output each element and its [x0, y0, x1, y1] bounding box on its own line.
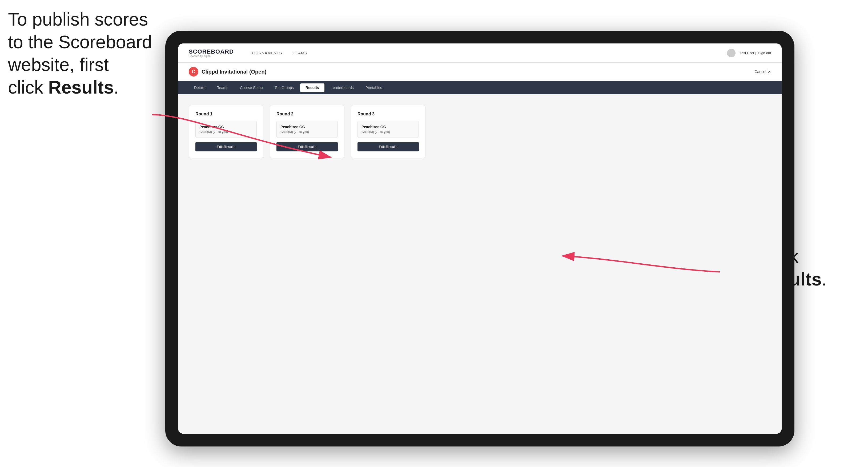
tab-tee-groups[interactable]: Tee Groups	[269, 84, 299, 92]
instruction-line-1: To publish scores	[8, 9, 148, 29]
instruction-line-3: website, first	[8, 54, 109, 75]
nav-tournaments[interactable]: TOURNAMENTS	[250, 50, 282, 56]
nav-teams[interactable]: TEAMS	[293, 50, 307, 56]
round-1-course-details: Gold (M) (7010 yds)	[199, 130, 253, 134]
app-header: SCOREBOARD Powered by clippd TOURNAMENTS…	[178, 43, 782, 63]
rounds-grid: Round 1 Peachtree GC Gold (M) (7010 yds)…	[189, 105, 771, 158]
edit-results-btn-3[interactable]: Edit Results	[358, 142, 419, 151]
main-content: Round 1 Peachtree GC Gold (M) (7010 yds)…	[178, 94, 782, 434]
header-right: Test User | Sign out	[727, 49, 771, 57]
round-2-card: Round 2 Peachtree GC Gold (M) (7010 yds)…	[270, 105, 344, 158]
round-1-card: Round 1 Peachtree GC Gold (M) (7010 yds)…	[189, 105, 264, 158]
round-2-title: Round 2	[276, 112, 338, 117]
round-3-card: Round 3 Peachtree GC Gold (M) (7010 yds)…	[351, 105, 426, 158]
edit-results-btn-2[interactable]: Edit Results	[276, 142, 338, 151]
tab-teams[interactable]: Teams	[212, 84, 234, 92]
signout-link[interactable]: Sign out	[758, 51, 771, 55]
round-2-course-name: Peachtree GC	[280, 125, 334, 129]
tournament-title: C Clippd Invitational (Open)	[189, 67, 266, 76]
round-1-course-card: Peachtree GC Gold (M) (7010 yds)	[195, 121, 257, 138]
edit-results-btn-1[interactable]: Edit Results	[195, 142, 257, 151]
instruction-line-4: click Results.	[8, 77, 119, 97]
logo-text: SCOREBOARD	[189, 48, 234, 55]
tab-leaderboards[interactable]: Leaderboards	[326, 84, 359, 92]
tab-results[interactable]: Results	[300, 84, 324, 92]
tab-details[interactable]: Details	[189, 84, 211, 92]
user-info: Test User | Sign out	[740, 51, 771, 55]
instruction-line-2: to the Scoreboard	[8, 32, 152, 52]
logo-area: SCOREBOARD Powered by clippd	[189, 48, 234, 58]
round-3-title: Round 3	[358, 112, 419, 117]
tournament-name: Clippd Invitational (Open)	[202, 69, 266, 75]
tab-printables[interactable]: Printables	[360, 84, 388, 92]
nav-links: TOURNAMENTS TEAMS	[250, 50, 711, 56]
round-3-course-details: Gold (M) (7010 yds)	[362, 130, 415, 134]
round-3-course-card: Peachtree GC Gold (M) (7010 yds)	[358, 121, 419, 138]
tab-nav: Details Teams Course Setup Tee Groups Re…	[178, 81, 782, 94]
tournament-header: C Clippd Invitational (Open) Cancel ✕	[178, 63, 782, 81]
user-avatar	[727, 49, 736, 57]
round-3-course-name: Peachtree GC	[362, 125, 415, 129]
instruction-text-1: To publish scores to the Scoreboard webs…	[8, 8, 163, 99]
round-1-title: Round 1	[195, 112, 257, 117]
round-2-course-details: Gold (M) (7010 yds)	[280, 130, 334, 134]
tablet-device: SCOREBOARD Powered by clippd TOURNAMENTS…	[165, 31, 795, 446]
logo-subtitle: Powered by clippd	[189, 55, 211, 58]
round-1-course-name: Peachtree GC	[199, 125, 253, 129]
tab-course-setup[interactable]: Course Setup	[235, 84, 268, 92]
tablet-screen: SCOREBOARD Powered by clippd TOURNAMENTS…	[178, 43, 782, 434]
cancel-button[interactable]: Cancel ✕	[754, 69, 771, 74]
tournament-icon: C	[189, 67, 198, 76]
round-2-course-card: Peachtree GC Gold (M) (7010 yds)	[276, 121, 338, 138]
